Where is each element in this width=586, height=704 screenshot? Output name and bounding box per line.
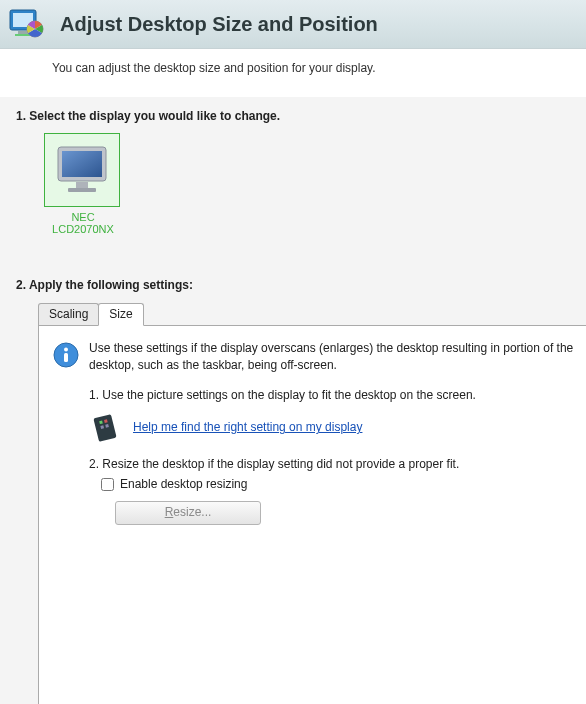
enable-resizing-checkbox[interactable]: [101, 478, 114, 491]
main-panel: 1. Select the display you would like to …: [0, 97, 586, 704]
step1-text: 1. Use the picture settings on the displ…: [89, 387, 586, 404]
resize-button: Resize...: [115, 501, 261, 525]
tab-scaling[interactable]: Scaling: [38, 303, 99, 325]
svg-rect-12: [64, 353, 68, 362]
enable-resizing-label: Enable desktop resizing: [120, 476, 247, 493]
header: Adjust Desktop Size and Position: [0, 0, 586, 49]
remote-icon: [93, 414, 123, 442]
svg-rect-8: [76, 182, 88, 188]
help-link[interactable]: Help me find the right setting on my dis…: [133, 419, 362, 436]
display-name-label: NEC LCD2070NX: [44, 211, 122, 235]
svg-rect-9: [68, 188, 96, 192]
info-icon: [53, 342, 81, 371]
section1-heading: 1. Select the display you would like to …: [16, 109, 570, 123]
svg-point-11: [64, 348, 68, 352]
page-subtitle: You can adjust the desktop size and posi…: [0, 49, 586, 97]
step2-text: 2. Resize the desktop if the display set…: [89, 456, 586, 473]
monitor-icon: [54, 144, 110, 196]
tab-bar: ScalingSize: [38, 302, 578, 325]
display-thumbnail: [44, 133, 120, 207]
svg-rect-2: [18, 31, 28, 34]
display-selector[interactable]: NEC LCD2070NX: [44, 133, 122, 235]
page-title: Adjust Desktop Size and Position: [60, 13, 378, 36]
tab-size-body: Use these settings if the display oversc…: [38, 325, 586, 704]
tab-size[interactable]: Size: [98, 303, 143, 326]
section2-heading: 2. Apply the following settings:: [16, 278, 570, 292]
info-text: Use these settings if the display oversc…: [89, 340, 586, 525]
svg-rect-7: [62, 151, 102, 177]
header-monitor-icon: [6, 4, 46, 44]
svg-rect-13: [93, 414, 116, 442]
